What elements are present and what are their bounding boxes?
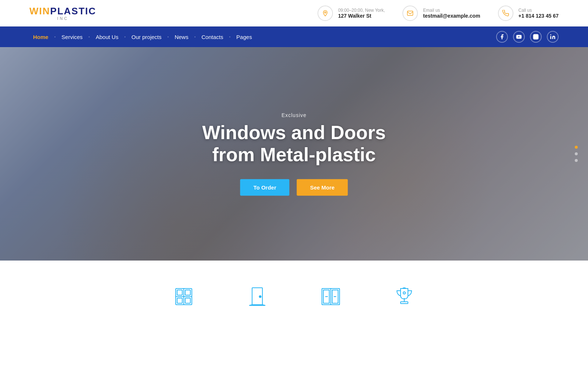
order-button[interactable]: To Order — [240, 179, 290, 195]
nav-news[interactable]: News — [171, 34, 192, 40]
feature-door[interactable] — [220, 278, 294, 315]
nav-contacts[interactable]: Contacts — [198, 34, 227, 40]
contact-phone-value: +1 814 123 45 67 — [519, 13, 559, 19]
contact-phone: Call us +1 814 123 45 67 — [498, 6, 559, 21]
trophy-icon — [393, 286, 415, 308]
contact-location-text: 09:00–20:00, New York, 127 Walker St — [338, 8, 385, 19]
slider-dot-3[interactable] — [575, 159, 578, 162]
contact-email-text: Email us testmail@example.com — [423, 8, 480, 19]
nav-dot-1: ● — [54, 36, 56, 38]
svg-point-5 — [537, 35, 537, 36]
nav-dot-5: ● — [194, 36, 196, 38]
window-icon — [173, 286, 195, 308]
nav-services[interactable]: Services — [58, 34, 86, 40]
hero-content: Exclusive Windows and Doors from Metal-p… — [202, 112, 386, 196]
contact-location-value: 127 Walker St — [338, 13, 385, 19]
icons-section — [0, 261, 588, 324]
svg-rect-27 — [401, 302, 408, 304]
nav-pages[interactable]: Pages — [233, 34, 256, 40]
email-icon-wrap — [402, 6, 418, 21]
contact-phone-label: Call us — [519, 8, 559, 13]
slider-dot-2[interactable] — [575, 152, 578, 155]
phone-icon — [502, 10, 509, 17]
nav-projects[interactable]: Our projects — [128, 34, 165, 40]
hero-title: Windows and Doors from Metal-plastic — [202, 122, 386, 166]
contact-location-label: 09:00–20:00, New York, — [338, 8, 385, 13]
svg-rect-13 — [185, 298, 190, 303]
svg-rect-1 — [408, 11, 413, 15]
contact-location: 09:00–20:00, New York, 127 Walker St — [318, 6, 385, 21]
feature-balcony[interactable] — [294, 278, 368, 315]
location-icon — [322, 10, 329, 17]
svg-point-0 — [325, 11, 326, 13]
logo-text: WINPLASTIC — [29, 6, 96, 17]
hero-section: Exclusive Windows and Doors from Metal-p… — [0, 47, 588, 261]
nav-dot-6: ● — [229, 36, 230, 38]
contact-phone-text: Call us +1 814 123 45 67 — [519, 8, 559, 19]
see-more-button[interactable]: See More — [297, 179, 348, 195]
balcony-icon — [320, 286, 342, 308]
hero-exclusive: Exclusive — [202, 112, 386, 118]
nav-bar: Home ● Services ● About Us ● Our project… — [0, 26, 588, 47]
feature-window[interactable] — [147, 278, 220, 315]
nav-dot-4: ● — [168, 36, 169, 38]
logo[interactable]: WINPLASTIC INC — [29, 6, 96, 21]
location-icon-wrap — [318, 6, 333, 21]
linkedin-icon[interactable] — [547, 31, 559, 43]
contact-items: 09:00–20:00, New York, 127 Walker St Ema… — [318, 6, 559, 21]
instagram-icon[interactable] — [530, 31, 542, 43]
svg-rect-12 — [177, 298, 182, 303]
nav-about[interactable]: About Us — [92, 34, 122, 40]
hero-buttons: To Order See More — [202, 179, 386, 195]
slider-dot-1[interactable] — [575, 146, 578, 149]
facebook-icon[interactable] — [496, 31, 508, 43]
nav-dot-3: ● — [124, 36, 126, 38]
nav-social — [496, 31, 559, 43]
svg-point-18 — [259, 296, 261, 298]
nav-links: Home ● Services ● About Us ● Our project… — [29, 34, 496, 40]
svg-rect-10 — [177, 290, 182, 295]
nav-dot-2: ● — [89, 36, 90, 38]
contact-email: Email us testmail@example.com — [402, 6, 480, 21]
svg-point-6 — [550, 34, 551, 35]
phone-icon-wrap — [498, 6, 513, 21]
contact-email-value: testmail@example.com — [423, 13, 480, 19]
contact-email-label: Email us — [423, 8, 480, 13]
slider-dots — [575, 146, 578, 162]
youtube-icon[interactable] — [513, 31, 525, 43]
nav-home[interactable]: Home — [29, 34, 52, 40]
svg-rect-11 — [185, 290, 190, 295]
email-icon — [407, 10, 413, 17]
logo-sub: INC — [57, 16, 68, 21]
feature-award[interactable] — [368, 278, 441, 315]
top-bar: WINPLASTIC INC 09:00–20:00, New York, 12… — [0, 0, 588, 26]
door-icon — [246, 286, 268, 308]
svg-point-28 — [403, 292, 405, 294]
svg-point-4 — [535, 36, 537, 38]
